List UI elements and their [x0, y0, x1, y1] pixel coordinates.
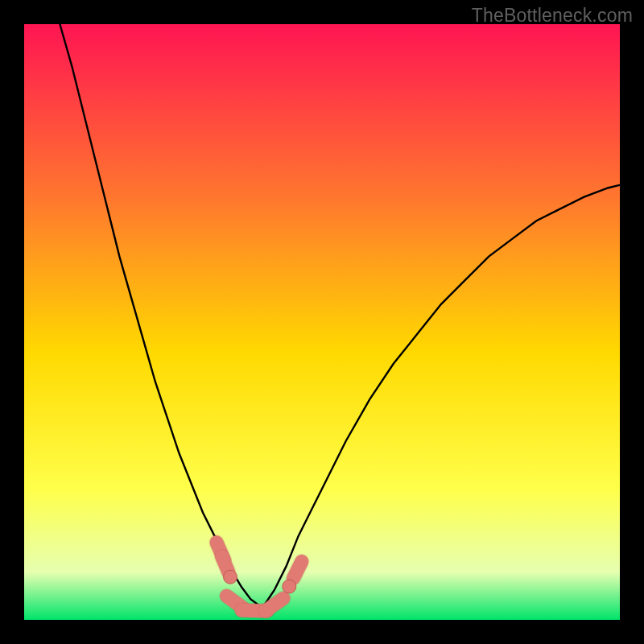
marker-dot [283, 580, 296, 593]
watermark-text: TheBottleneck.com [472, 5, 633, 27]
marker-segment [222, 557, 229, 572]
marker-segment [293, 561, 301, 578]
marker-dot [224, 570, 237, 584]
gradient-background [24, 24, 620, 620]
outer-frame: TheBottleneck.com [0, 0, 644, 644]
plot-area [24, 24, 620, 620]
chart-svg [24, 24, 620, 620]
